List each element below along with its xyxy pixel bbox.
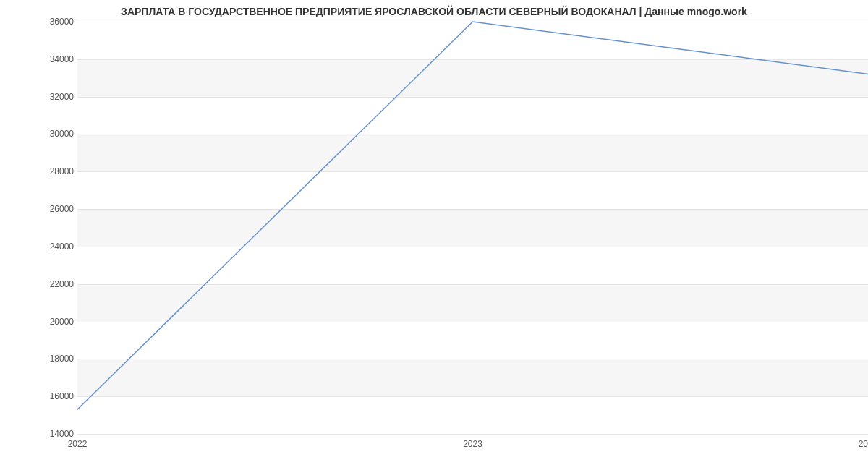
y-tick-label: 20000: [30, 317, 74, 327]
y-tick-label: 26000: [30, 204, 74, 214]
y-tick-label: 32000: [30, 92, 74, 102]
y-tick-label: 22000: [30, 279, 74, 289]
x-tick-label: 2022: [68, 439, 88, 449]
y-tick-label: 16000: [30, 391, 74, 401]
y-tick-label: 28000: [30, 166, 74, 176]
x-tick-label: 2023: [463, 439, 482, 449]
y-tick-label: 18000: [30, 354, 74, 364]
line-series: [77, 22, 868, 434]
y-tick-label: 24000: [30, 242, 74, 252]
x-tick-label: 2024: [859, 439, 868, 449]
y-tick-label: 34000: [30, 54, 74, 64]
y-tick-label: 36000: [30, 17, 74, 27]
gridline: [77, 434, 868, 435]
plot-area: [77, 22, 868, 435]
chart-title: ЗАРПЛАТА В ГОСУДАРСТВЕННОЕ ПРЕДПРИЯТИЕ Я…: [0, 6, 868, 17]
y-tick-label: 30000: [30, 129, 74, 139]
y-tick-label: 14000: [30, 429, 74, 439]
salary-line-chart: ЗАРПЛАТА В ГОСУДАРСТВЕННОЕ ПРЕДПРИЯТИЕ Я…: [0, 0, 868, 470]
